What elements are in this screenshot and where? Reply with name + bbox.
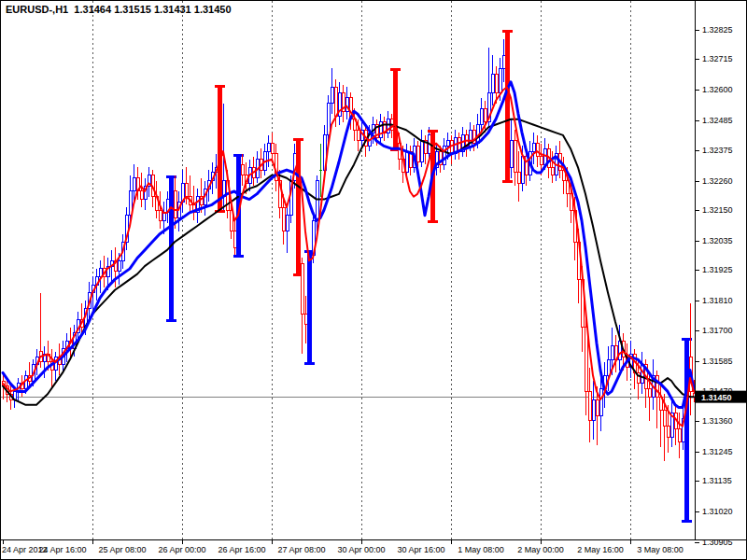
- price-tick-label: 1.32035: [702, 236, 733, 245]
- time-tick-label: 26 Apr 00:00: [158, 545, 205, 554]
- time-tick-label: 2 May 00:00: [517, 545, 564, 554]
- price-tick-label: 1.32715: [702, 54, 733, 63]
- price-tick-label: 1.32260: [702, 176, 733, 186]
- price-chart[interactable]: 1.328251.327151.326001.324851.323751.322…: [0, 0, 747, 560]
- price-tick-label: 1.31020: [702, 507, 733, 516]
- time-tick-label: 26 Apr 16:00: [218, 545, 265, 554]
- price-tick-label: 1.31135: [702, 476, 732, 485]
- mt4-chart-window: 1.328251.327151.326001.324851.323751.322…: [0, 0, 747, 560]
- price-tick-label: 1.32375: [702, 146, 733, 155]
- price-tick-label: 1.31810: [702, 296, 733, 305]
- price-tick-label: 1.32485: [702, 116, 733, 125]
- price-tick-label: 1.31245: [702, 447, 733, 456]
- price-tick-label: 1.31360: [702, 416, 733, 426]
- time-tick-label: 27 Apr 08:00: [277, 545, 325, 554]
- price-tick-label: 1.32600: [702, 85, 733, 94]
- time-tick-label: 30 Apr 16:00: [397, 545, 444, 554]
- price-tick-label: 1.31585: [702, 357, 733, 366]
- time-tick-label: 30 Apr 00:00: [337, 545, 385, 554]
- price-tick-label: 1.31700: [702, 326, 733, 335]
- price-tick-label: 1.30905: [702, 538, 733, 547]
- price-tick-label: 1.32150: [702, 205, 733, 215]
- time-tick-label: 24 Apr 16:00: [38, 545, 86, 554]
- time-tick-label: 3 May 08:00: [637, 545, 684, 554]
- price-tick-label: 1.31925: [702, 265, 733, 274]
- svg-text:1.31450: 1.31450: [701, 393, 732, 402]
- chart-ohlc-title: EURUSD-,H1 1.31464 1.31515 1.31431 1.314…: [6, 4, 232, 15]
- time-tick-label: 25 Apr 08:00: [98, 545, 146, 554]
- time-tick-label: 2 May 16:00: [577, 545, 624, 554]
- chart-background: [1, 1, 747, 560]
- time-tick-label: 1 May 08:00: [458, 545, 504, 554]
- price-tick-label: 1.32825: [702, 25, 733, 35]
- current-price-tag: 1.31450: [696, 391, 747, 403]
